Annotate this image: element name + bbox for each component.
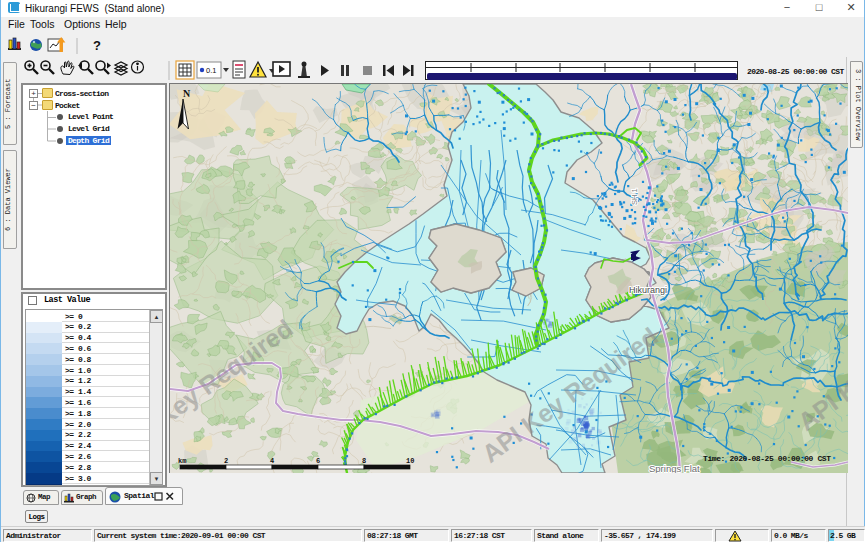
svg-text:4: 4 — [270, 457, 274, 465]
svg-text:N: N — [183, 88, 191, 99]
svg-text:SH 1: SH 1 — [630, 188, 639, 205]
svg-text:Hikurangi: Hikurangi — [629, 285, 667, 295]
svg-text:Springs Flat: Springs Flat — [649, 463, 700, 473]
svg-text:?: ? — [93, 38, 101, 53]
svg-text:10: 10 — [406, 457, 414, 465]
svg-text:2: 2 — [224, 457, 228, 465]
svg-text:8: 8 — [362, 457, 366, 465]
svg-text:Time: 2020-08-25 00:00:00 CST: Time: 2020-08-25 00:00:00 CST — [703, 454, 831, 463]
svg-text:0.1: 0.1 — [206, 66, 216, 75]
svg-text:6: 6 — [316, 457, 320, 465]
svg-text:km: km — [178, 457, 186, 465]
